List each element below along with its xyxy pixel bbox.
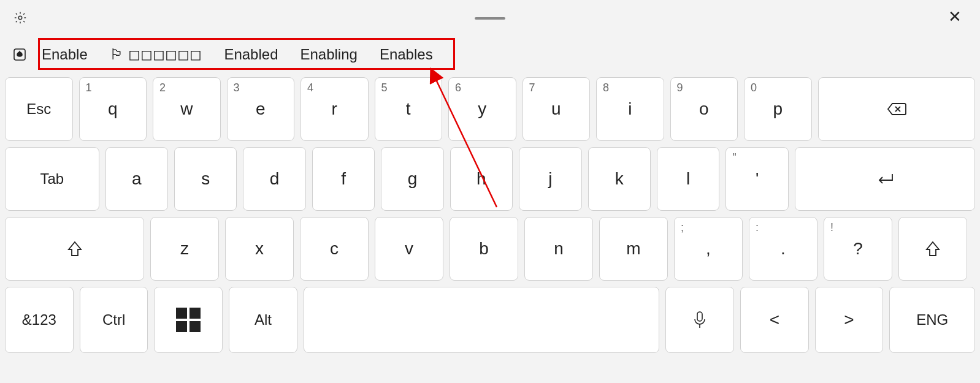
key-u[interactable]: 7u <box>523 77 591 141</box>
key-row-4: &123 Ctrl Alt < > ENG <box>5 287 975 353</box>
shift-icon <box>925 240 941 257</box>
key-d[interactable]: d <box>243 147 305 211</box>
key-x[interactable]: x <box>225 217 294 281</box>
key-enter[interactable] <box>795 147 975 211</box>
key-main: y <box>478 99 486 119</box>
key-symbols[interactable]: &123 <box>5 287 74 353</box>
key-main: i <box>628 99 632 119</box>
key-p[interactable]: 0p <box>744 77 812 141</box>
key-l[interactable]: l <box>657 147 719 211</box>
key-q[interactable]: 1q <box>79 77 147 141</box>
key-j[interactable]: j <box>519 147 581 211</box>
enter-icon <box>875 172 895 186</box>
key-k[interactable]: k <box>588 147 651 211</box>
key-row-1: Esc 1q 2w 3e 4r 5t 6y 7u 8i 9o 0p <box>5 77 975 141</box>
key-f[interactable]: f <box>312 147 375 211</box>
key-main: n <box>554 239 564 259</box>
suggestion-item[interactable]: Enabling <box>300 46 357 63</box>
key-tab[interactable]: Tab <box>5 147 99 211</box>
key-arrow-right[interactable]: > <box>815 287 884 353</box>
gear-icon[interactable] <box>13 11 27 25</box>
key-sup: ! <box>830 221 833 234</box>
key-i[interactable]: 8i <box>596 77 664 141</box>
key-b[interactable]: b <box>450 217 518 281</box>
key-main: m <box>626 239 640 259</box>
key-sup: 1 <box>86 82 92 94</box>
key-w[interactable]: 2w <box>153 77 221 141</box>
key-sup: 8 <box>603 82 609 94</box>
key-backspace[interactable] <box>818 77 975 141</box>
key-sup: 7 <box>529 82 535 94</box>
key-main: ' <box>756 169 759 189</box>
key-main: v <box>405 239 413 259</box>
key-arrow-left[interactable]: < <box>740 287 809 353</box>
key-main: q <box>108 99 118 119</box>
key-z[interactable]: z <box>150 217 219 281</box>
backspace-icon <box>886 102 907 116</box>
key-main: e <box>256 99 266 119</box>
key-period[interactable]: :. <box>749 217 817 281</box>
key-question[interactable]: !? <box>824 217 892 281</box>
key-main: a <box>132 169 142 189</box>
key-language[interactable]: ENG <box>889 287 975 353</box>
key-main: s <box>201 169 210 189</box>
key-apostrophe[interactable]: "' <box>725 147 788 211</box>
key-sup: 0 <box>751 82 757 94</box>
key-m[interactable]: m <box>599 217 668 281</box>
key-main: u <box>551 99 561 119</box>
key-e[interactable]: 3e <box>227 77 295 141</box>
key-g[interactable]: g <box>381 147 443 211</box>
key-main: t <box>406 99 411 119</box>
key-main: j <box>548 169 552 189</box>
key-main: g <box>408 169 418 189</box>
key-main: p <box>773 99 783 119</box>
key-mic[interactable] <box>665 287 734 353</box>
suggestion-item[interactable]: Enables <box>380 46 433 63</box>
key-v[interactable]: v <box>375 217 443 281</box>
key-sup: 3 <box>234 82 240 94</box>
key-r[interactable]: 4r <box>301 77 369 141</box>
key-shift-right[interactable] <box>898 217 967 281</box>
key-main: z <box>180 239 189 259</box>
key-main: , <box>706 239 711 259</box>
key-comma[interactable]: ;, <box>674 217 743 281</box>
windows-icon <box>176 308 201 332</box>
drag-handle[interactable] <box>475 17 505 20</box>
key-main: x <box>255 239 264 259</box>
key-ctrl[interactable]: Ctrl <box>80 287 148 353</box>
suggestion-item[interactable]: 🏳 ◻◻◻◻◻◻ <box>110 46 202 63</box>
key-alt[interactable]: Alt <box>229 287 297 353</box>
key-sup: ; <box>681 221 684 234</box>
suggestion-item[interactable]: Enable <box>42 46 88 63</box>
key-main: ? <box>853 239 863 259</box>
key-o[interactable]: 9o <box>670 77 738 141</box>
key-sup: : <box>756 221 759 234</box>
key-t[interactable]: 5t <box>375 77 443 141</box>
key-main: h <box>477 169 486 189</box>
key-h[interactable]: h <box>450 147 513 211</box>
key-a[interactable]: a <box>105 147 168 211</box>
key-windows[interactable] <box>154 287 223 353</box>
key-c[interactable]: c <box>300 217 369 281</box>
key-s[interactable]: s <box>174 147 237 211</box>
key-main: f <box>341 169 346 189</box>
key-space[interactable] <box>304 287 659 353</box>
key-sup: " <box>732 151 736 164</box>
key-main: . <box>781 239 786 259</box>
key-sup: 9 <box>677 82 683 94</box>
microphone-icon <box>693 311 706 329</box>
key-sup: 4 <box>307 82 313 94</box>
shift-icon <box>67 240 83 257</box>
title-bar: ✕ <box>0 0 980 36</box>
key-sup: 5 <box>381 82 388 94</box>
key-esc[interactable]: Esc <box>5 77 73 141</box>
key-sup: 2 <box>159 82 166 94</box>
key-y[interactable]: 6y <box>448 77 516 141</box>
key-n[interactable]: n <box>524 217 593 281</box>
suggestion-item[interactable]: Enabled <box>224 46 278 63</box>
suggestion-bar: Enable 🏳 ◻◻◻◻◻◻ Enabled Enabling Enables <box>0 36 980 74</box>
close-button[interactable]: ✕ <box>948 9 962 25</box>
key-main: w <box>180 99 193 119</box>
emoji-picker-button[interactable] <box>11 46 28 63</box>
key-shift-left[interactable] <box>5 217 144 281</box>
